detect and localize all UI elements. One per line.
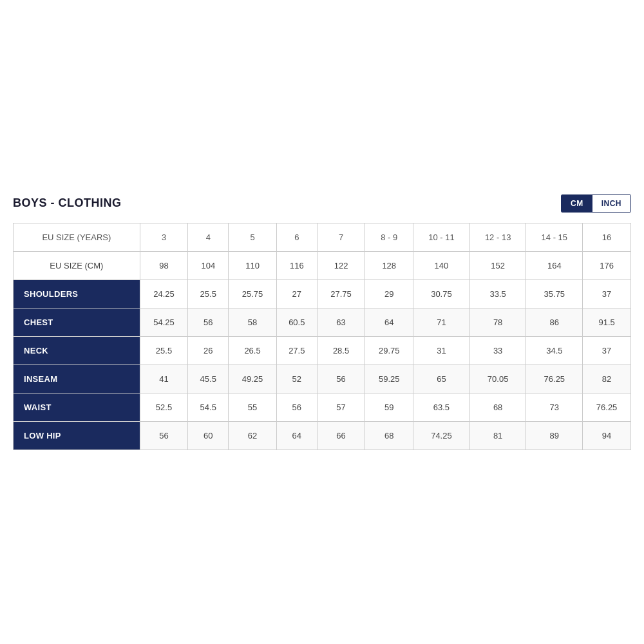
col-label-cm: EU SIZE (CM) (14, 251, 140, 279)
page-wrapper: BOYS - CLOTHING CM INCH EU SIZE (YEARS) … (13, 182, 631, 463)
measurement-value: 62 (229, 421, 277, 450)
measurement-row: LOW HIP56606264666874.25818994 (14, 421, 631, 450)
col-label-years: EU SIZE (YEARS) (14, 223, 140, 251)
measurement-value: 34.5 (526, 336, 583, 365)
measurement-value: 56 (188, 308, 229, 336)
measurement-value: 30.75 (413, 279, 470, 308)
measurement-value: 55 (229, 393, 277, 421)
measurement-value: 54.5 (188, 393, 229, 421)
measurement-value: 71 (413, 308, 470, 336)
measurement-value: 26.5 (229, 336, 277, 365)
measurement-value: 33 (469, 336, 526, 365)
measurement-value: 49.25 (229, 365, 277, 393)
measurement-value: 33.5 (469, 279, 526, 308)
inch-button[interactable]: INCH (592, 195, 630, 212)
measurement-value: 76.25 (583, 393, 631, 421)
measurement-label: INSEAM (14, 365, 140, 393)
measurement-value: 26 (188, 336, 229, 365)
measurement-value: 29.75 (365, 336, 413, 365)
col-8-9: 8 - 9 (365, 223, 413, 251)
col-7: 7 (317, 223, 365, 251)
col-16: 16 (583, 223, 631, 251)
measurement-row: WAIST52.554.55556575963.5687376.25 (14, 393, 631, 421)
measurement-label: CHEST (14, 308, 140, 336)
header-row: BOYS - CLOTHING CM INCH (13, 194, 631, 213)
measurement-value: 68 (365, 421, 413, 450)
header-row-years: EU SIZE (YEARS) 3 4 5 6 7 8 - 9 10 - 11 … (14, 223, 631, 251)
measurement-value: 29 (365, 279, 413, 308)
measurement-value: 45.5 (188, 365, 229, 393)
measurement-value: 64 (276, 421, 317, 450)
measurement-value: 66 (317, 421, 365, 450)
measurement-value: 94 (583, 421, 631, 450)
measurement-row: NECK25.52626.527.528.529.75313334.537 (14, 336, 631, 365)
col-4: 4 (188, 223, 229, 251)
measurement-value: 24.25 (140, 279, 188, 308)
cm-104: 104 (188, 251, 229, 279)
measurement-value: 52.5 (140, 393, 188, 421)
measurement-value: 59.25 (365, 365, 413, 393)
measurement-value: 35.75 (526, 279, 583, 308)
cm-152: 152 (469, 251, 526, 279)
measurement-value: 56 (317, 365, 365, 393)
measurement-value: 89 (526, 421, 583, 450)
measurement-value: 70.05 (469, 365, 526, 393)
measurement-value: 76.25 (526, 365, 583, 393)
measurement-value: 74.25 (413, 421, 470, 450)
cm-110: 110 (229, 251, 277, 279)
measurement-value: 27.5 (276, 336, 317, 365)
measurement-row: INSEAM4145.549.25525659.256570.0576.2582 (14, 365, 631, 393)
measurement-value: 56 (140, 421, 188, 450)
measurement-value: 86 (526, 308, 583, 336)
measurement-value: 52 (276, 365, 317, 393)
measurement-value: 68 (469, 393, 526, 421)
col-12-13: 12 - 13 (469, 223, 526, 251)
cm-128: 128 (365, 251, 413, 279)
cm-176: 176 (583, 251, 631, 279)
cm-164: 164 (526, 251, 583, 279)
measurement-row: CHEST54.25565860.5636471788691.5 (14, 308, 631, 336)
unit-toggle: CM INCH (561, 194, 631, 213)
measurement-value: 59 (365, 393, 413, 421)
measurement-value: 78 (469, 308, 526, 336)
cm-98: 98 (140, 251, 188, 279)
measurement-value: 37 (583, 336, 631, 365)
measurement-value: 27 (276, 279, 317, 308)
measurement-value: 63 (317, 308, 365, 336)
measurement-value: 60 (188, 421, 229, 450)
measurement-label: WAIST (14, 393, 140, 421)
header-row-cm: EU SIZE (CM) 98 104 110 116 122 128 140 … (14, 251, 631, 279)
measurement-value: 27.75 (317, 279, 365, 308)
measurement-value: 25.75 (229, 279, 277, 308)
measurement-label: NECK (14, 336, 140, 365)
col-3: 3 (140, 223, 188, 251)
measurement-value: 58 (229, 308, 277, 336)
measurement-value: 64 (365, 308, 413, 336)
measurement-value: 65 (413, 365, 470, 393)
col-10-11: 10 - 11 (413, 223, 470, 251)
size-table: EU SIZE (YEARS) 3 4 5 6 7 8 - 9 10 - 11 … (13, 223, 631, 450)
col-6: 6 (276, 223, 317, 251)
cm-140: 140 (413, 251, 470, 279)
measurement-value: 73 (526, 393, 583, 421)
measurement-value: 91.5 (583, 308, 631, 336)
measurement-value: 57 (317, 393, 365, 421)
measurement-value: 37 (583, 279, 631, 308)
measurement-value: 25.5 (188, 279, 229, 308)
cm-122: 122 (317, 251, 365, 279)
cm-116: 116 (276, 251, 317, 279)
col-14-15: 14 - 15 (526, 223, 583, 251)
measurement-value: 25.5 (140, 336, 188, 365)
measurement-value: 82 (583, 365, 631, 393)
measurement-label: SHOULDERS (14, 279, 140, 308)
measurement-value: 41 (140, 365, 188, 393)
measurement-value: 56 (276, 393, 317, 421)
measurement-value: 28.5 (317, 336, 365, 365)
measurement-value: 63.5 (413, 393, 470, 421)
col-5: 5 (229, 223, 277, 251)
measurement-value: 81 (469, 421, 526, 450)
measurement-value: 31 (413, 336, 470, 365)
measurement-label: LOW HIP (14, 421, 140, 450)
page-title: BOYS - CLOTHING (13, 196, 122, 210)
cm-button[interactable]: CM (562, 195, 592, 212)
